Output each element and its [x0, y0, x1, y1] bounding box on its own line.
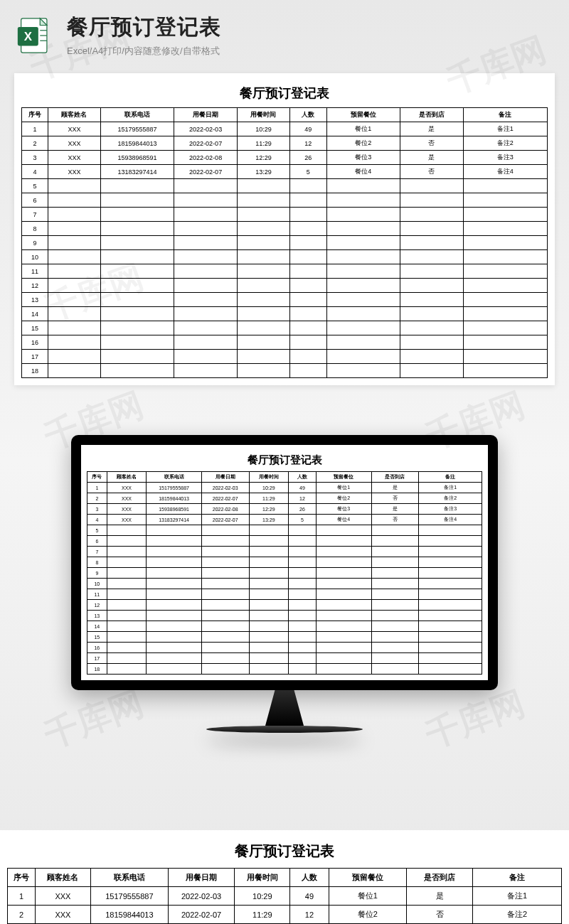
cell-phone [147, 589, 202, 600]
cell-name [48, 264, 100, 279]
cell-time [249, 568, 289, 579]
cell-arrive: 是 [406, 887, 472, 906]
cell-phone: 13183297414 [147, 515, 202, 525]
cell-idx: 4 [87, 515, 107, 525]
cell-name [107, 536, 147, 547]
cell-seat [316, 536, 371, 547]
cell-phone [147, 600, 202, 611]
cell-idx: 15 [87, 632, 107, 643]
cell-time [249, 557, 289, 568]
cell-time: 11:29 [235, 906, 290, 924]
cell-count [289, 632, 317, 643]
cell-count [289, 557, 317, 568]
cell-count: 5 [289, 165, 326, 179]
cell-arrive [400, 193, 464, 208]
cell-idx: 7 [22, 208, 48, 222]
cell-phone [147, 611, 202, 621]
cell-note: 备注3 [419, 504, 482, 515]
cell-time: 11:29 [237, 136, 289, 151]
column-header: 序号 [22, 108, 48, 122]
cell-seat [326, 264, 400, 279]
cell-phone [147, 557, 202, 568]
cell-note [463, 264, 547, 279]
cell-idx: 16 [87, 643, 107, 653]
column-header: 序号 [87, 472, 107, 483]
cell-time [237, 250, 289, 264]
cell-phone [147, 643, 202, 653]
cell-date [201, 589, 249, 600]
cell-idx: 6 [87, 536, 107, 547]
cell-date [174, 293, 238, 307]
cell-date: 2022-02-03 [174, 122, 238, 136]
cell-seat: 餐位1 [329, 887, 406, 906]
cell-name: XXX [107, 504, 147, 515]
monitor-mockup: 餐厅预订登记表 序号顾客姓名联系电话用餐日期用餐时间人数预留餐位是否到店备注1X… [0, 435, 569, 733]
cell-arrive [371, 621, 419, 632]
cell-name [48, 293, 100, 307]
column-header: 人数 [289, 472, 317, 483]
page-header: X 餐厅预订登记表 Excel/A4打印/内容随意修改/自带格式 [0, 0, 569, 68]
cell-seat [316, 653, 371, 664]
cell-name [107, 600, 147, 611]
cell-date [201, 525, 249, 536]
cell-idx: 17 [87, 653, 107, 664]
cell-arrive [400, 236, 464, 250]
cell-date: 2022-02-07 [168, 906, 234, 924]
cell-note: 备注3 [463, 151, 547, 165]
cell-count [289, 536, 317, 547]
spreadsheet-preview-card: 餐厅预订登记表 序号顾客姓名联系电话用餐日期用餐时间人数预留餐位是否到店备注1X… [14, 73, 555, 385]
cell-name [107, 621, 147, 632]
cell-time [249, 536, 289, 547]
cell-note [419, 653, 482, 664]
cell-phone: 15938968591 [100, 151, 174, 165]
cell-seat: 餐位4 [316, 515, 371, 525]
cell-note [463, 293, 547, 307]
cell-time [237, 321, 289, 335]
cell-name [107, 643, 147, 653]
cell-arrive [400, 307, 464, 321]
cell-date [174, 208, 238, 222]
cell-arrive [371, 557, 419, 568]
cell-idx: 1 [87, 483, 107, 493]
cell-seat: 餐位1 [326, 122, 400, 136]
table-row-empty: 16 [87, 643, 482, 653]
table-row-empty: 11 [87, 589, 482, 600]
cell-seat [316, 621, 371, 632]
table-row-empty: 6 [22, 193, 548, 208]
cell-arrive: 否 [400, 165, 464, 179]
cell-count [289, 193, 326, 208]
cell-date [174, 350, 238, 364]
cell-date [174, 335, 238, 350]
cell-note [463, 307, 547, 321]
cell-note [463, 222, 547, 236]
cell-note [463, 236, 547, 250]
table-row: 3XXX159389685912022-02-0812:2926餐位3是备注3 [87, 504, 482, 515]
cell-time [237, 335, 289, 350]
cell-idx: 8 [87, 557, 107, 568]
cell-phone [147, 664, 202, 675]
cell-seat [316, 664, 371, 675]
table-row: 1XXX151795558872022-02-0310:2949餐位1是备注1 [22, 122, 548, 136]
cell-count: 5 [289, 515, 317, 525]
cell-date [174, 222, 238, 236]
cell-name [107, 579, 147, 589]
cell-count [289, 279, 326, 293]
cell-count [289, 335, 326, 350]
table-row-empty: 8 [87, 557, 482, 568]
cell-name [107, 664, 147, 675]
cell-count [289, 250, 326, 264]
cell-note [419, 632, 482, 643]
table-row-empty: 16 [22, 335, 548, 350]
cell-name [48, 179, 100, 193]
cell-note [419, 621, 482, 632]
cell-note [463, 321, 547, 335]
page-title: 餐厅预订登记表 [67, 13, 555, 42]
cell-arrive: 否 [371, 515, 419, 525]
cell-seat [326, 350, 400, 364]
column-header: 联系电话 [90, 869, 168, 887]
cell-name [107, 589, 147, 600]
cell-arrive [371, 643, 419, 653]
cell-note [419, 600, 482, 611]
cell-time [237, 179, 289, 193]
cell-count [289, 525, 317, 536]
